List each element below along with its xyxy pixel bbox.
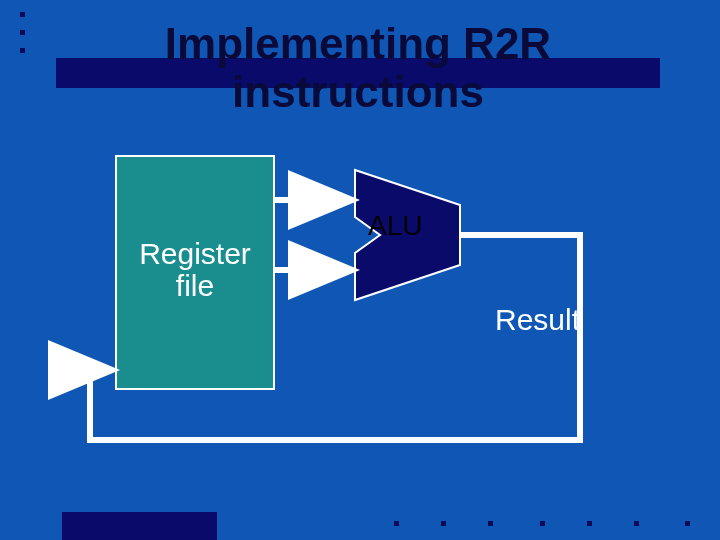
slide-footer-rect: [62, 512, 217, 540]
slide-bottom-dots: [352, 512, 690, 530]
diagram-arrows: [0, 0, 720, 540]
result-label: Result: [495, 303, 580, 337]
